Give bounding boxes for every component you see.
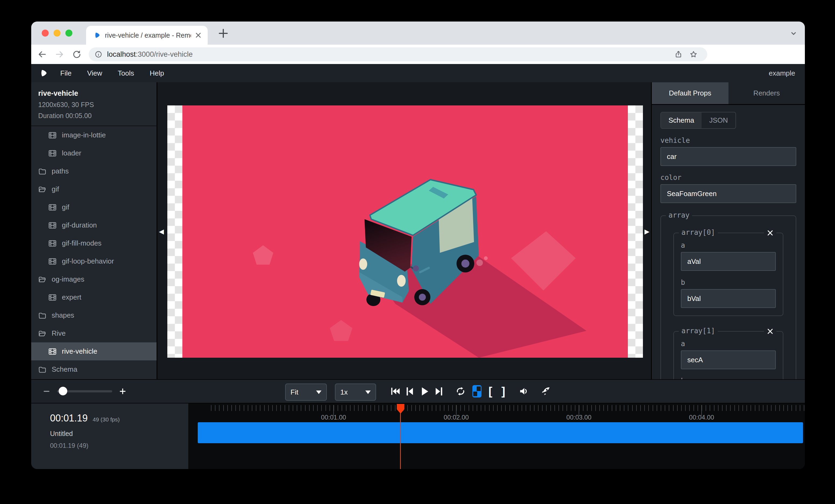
skip-to-end-icon[interactable] (434, 386, 444, 396)
rocket-icon[interactable] (541, 386, 550, 396)
timeline-ruler[interactable] (211, 405, 805, 411)
maximize-window-button[interactable] (65, 29, 73, 37)
collapse-left-panel-icon[interactable]: ◀ (158, 227, 165, 236)
prop-label-vehicle: vehicle (660, 136, 796, 144)
ruler-label: 00:01.00 (312, 414, 355, 421)
film-icon (48, 149, 57, 158)
loop-icon[interactable] (456, 386, 465, 396)
set-in-point-button[interactable]: [ (486, 385, 494, 398)
sidebar-item-label: shapes (52, 311, 74, 319)
sidebar-item-gif-fill-modes[interactable]: gif-fill-modes (31, 234, 157, 252)
sidebar-item-gif[interactable]: gif (31, 198, 157, 216)
sidebar-item-image-in-lottie[interactable]: image-in-lottie (31, 126, 157, 144)
main-content: rive-vehicle 1200x630, 30 FPS Duration 0… (31, 82, 805, 379)
speed-select[interactable]: 1x (335, 383, 376, 401)
props-panel: Default Props Renders Schema JSON vehicl… (651, 82, 805, 379)
minimize-window-button[interactable] (54, 29, 61, 37)
sidebar-item-label: rive-vehicle (62, 347, 97, 356)
remotion-logo-icon[interactable] (39, 69, 48, 78)
close-window-button[interactable] (42, 29, 49, 37)
site-info-icon[interactable] (95, 50, 102, 58)
folder-open-icon (38, 330, 46, 337)
playhead-line (400, 411, 401, 469)
zoom-out-icon[interactable] (42, 387, 51, 396)
menu-view[interactable]: View (87, 69, 102, 78)
sidebar-item-gif-loop-behavior[interactable]: gif-loop-behavior (31, 252, 157, 270)
menu-file[interactable]: File (60, 69, 72, 78)
folder-icon (38, 167, 46, 175)
sidebar-item-gif[interactable]: gif (31, 180, 157, 198)
speed-select-value: 1x (340, 388, 348, 396)
set-out-point-button[interactable]: ] (499, 385, 507, 398)
chevron-down-icon (316, 391, 322, 394)
zoom-in-icon[interactable] (118, 387, 127, 396)
playhead[interactable] (397, 404, 404, 414)
volume-icon[interactable] (519, 386, 529, 396)
reload-icon[interactable] (72, 49, 82, 59)
fit-select[interactable]: Fit (285, 383, 327, 401)
skip-to-start-icon[interactable] (391, 386, 400, 396)
sidebar-item-gif-duration[interactable]: gif-duration (31, 216, 157, 234)
ruler-label: 00:04.00 (680, 414, 723, 421)
tab-default-props[interactable]: Default Props (652, 82, 729, 104)
previous-frame-icon[interactable] (405, 386, 415, 396)
composition-title: rive-vehicle (38, 89, 149, 98)
share-icon[interactable] (674, 50, 683, 58)
prop-vehicle-input[interactable]: car (660, 147, 796, 166)
zoom-slider-thumb[interactable] (59, 387, 67, 395)
timeline-track-bar[interactable] (198, 422, 803, 443)
forward-icon[interactable] (54, 49, 65, 59)
url-bar[interactable]: localhost:3000/rive-vehicle (89, 47, 707, 61)
playback-controls-bar: Fit 1x (31, 379, 805, 403)
remove-array-item-button[interactable] (764, 229, 776, 236)
array-item-legend: array[0] (679, 228, 718, 236)
zoom-slider[interactable] (57, 390, 112, 392)
sidebar-item-label: Schema (52, 365, 77, 374)
preview-area: ◀ ▶ (157, 82, 651, 379)
sidebar-item-label: expert (62, 293, 81, 301)
prop-a-input[interactable]: secA (681, 351, 776, 369)
timeline: 00:01.19 49 (30 fps) Untitled 00:01.19 (… (31, 403, 805, 469)
app-menubar: File View Tools Help example (31, 64, 805, 82)
transport-controls: [ ] (391, 380, 555, 403)
transparency-toggle[interactable] (472, 385, 482, 398)
toggle-json[interactable]: JSON (701, 112, 735, 128)
film-icon (48, 131, 57, 139)
sidebar-item-label: loader (62, 149, 81, 158)
sidebar-item-og-images[interactable]: og-images (31, 270, 157, 288)
prop-a-input[interactable]: aVal (681, 252, 776, 271)
menu-help[interactable]: Help (150, 69, 164, 78)
current-frame: 49 (30 fps) (93, 416, 120, 422)
collapse-right-panel-icon[interactable]: ▶ (644, 227, 650, 236)
current-time: 00:01.19 (50, 413, 88, 424)
chevron-down-icon (365, 391, 371, 394)
tab-close-icon[interactable] (194, 31, 202, 39)
menu-tools[interactable]: Tools (118, 69, 134, 78)
play-icon[interactable] (420, 386, 429, 396)
sidebar-item-rive-vehicle[interactable]: rive-vehicle (31, 342, 157, 360)
schema-json-toggle: Schema JSON (660, 112, 736, 129)
film-icon (48, 293, 57, 301)
folder-icon (38, 365, 46, 374)
composition-list: image-in-lottieloaderpathsgifgifgif-dura… (31, 126, 157, 378)
sidebar-item-Rive[interactable]: Rive (31, 324, 157, 342)
prop-color-input[interactable]: SeaFoamGreen (660, 184, 796, 203)
sidebar-item-Schema[interactable]: Schema (31, 360, 157, 378)
sidebar-item-loader[interactable]: loader (31, 144, 157, 162)
browser-tab[interactable]: rive-vehicle / example - Remoti (86, 26, 208, 45)
prop-b-input[interactable]: bVal (681, 289, 776, 308)
timeline-track-area[interactable]: 00:01.00 00:02.00 00:03.00 00:04.00 (188, 403, 805, 469)
toggle-schema[interactable]: Schema (661, 112, 701, 128)
sidebar-item-expert[interactable]: expert (31, 288, 157, 306)
sidebar-item-paths[interactable]: paths (31, 162, 157, 180)
new-tab-button[interactable] (217, 27, 229, 39)
bookmark-star-icon[interactable] (690, 50, 697, 58)
back-icon[interactable] (37, 49, 47, 59)
remove-array-item-button[interactable] (764, 328, 776, 335)
film-icon (48, 239, 57, 248)
tab-renders[interactable]: Renders (729, 82, 805, 104)
sidebar-item-shapes[interactable]: shapes (31, 306, 157, 324)
props-panel-tabs: Default Props Renders (652, 82, 805, 105)
prop-label-b: b (681, 377, 776, 379)
tab-search-chevron-icon[interactable] (789, 29, 798, 38)
